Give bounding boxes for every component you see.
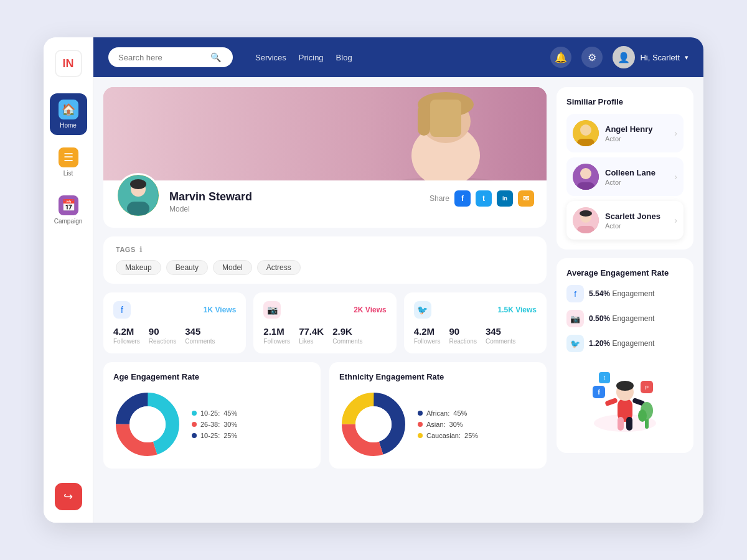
tag-actress[interactable]: Actress bbox=[257, 260, 301, 275]
app-container: IN 🏠 Home ☰ List 📅 Campaign ↪ 🔍 Services bbox=[44, 37, 703, 523]
bell-button[interactable]: 🔔 bbox=[550, 47, 571, 68]
engagement-ig-icon: 📷 bbox=[566, 310, 584, 327]
age-chart-legend: 10-25: 45% 26-38: 30% bbox=[192, 409, 237, 439]
ethnicity-chart-title: Ethnicity Engagement Rate bbox=[339, 372, 537, 381]
engagement-fb-label: Engagement bbox=[612, 289, 654, 298]
share-linkedin-button[interactable]: in bbox=[497, 190, 513, 207]
ig-likes-label: Likes bbox=[299, 338, 324, 345]
nav-pricing[interactable]: Pricing bbox=[299, 53, 324, 62]
age-legend-2: 26-38: 30% bbox=[192, 421, 237, 428]
ig-followers-label: Followers bbox=[263, 338, 290, 345]
age-chart-title: Age Engagement Rate bbox=[113, 372, 311, 381]
stat-card-header-fb: f 1K Views bbox=[113, 301, 236, 319]
eth-legend-label-1: African: bbox=[426, 409, 449, 417]
eth-dot-1 bbox=[418, 411, 423, 416]
search-icon: 🔍 bbox=[210, 52, 221, 62]
tw-comments-value: 345 bbox=[486, 326, 515, 337]
settings-icon: ⚙ bbox=[588, 52, 596, 63]
ig-followers-value: 2.1M bbox=[263, 326, 290, 337]
profile-list-item-angel[interactable]: Angel Henry Actor › bbox=[566, 114, 684, 152]
charts-row: Age Engagement Rate bbox=[103, 362, 547, 469]
fb-reactions-value: 90 bbox=[149, 326, 176, 337]
svg-point-28 bbox=[580, 210, 592, 217]
angel-info: Angel Henry Actor bbox=[605, 124, 668, 142]
ethnicity-donut-chart bbox=[339, 390, 408, 459]
avatar-illustration bbox=[118, 175, 158, 215]
tag-makeup[interactable]: Makeup bbox=[116, 260, 161, 275]
nav-right: 🔔 ⚙ 👤 Hi, Scarlett ▾ bbox=[550, 46, 688, 68]
tags-info-icon[interactable]: ℹ bbox=[139, 245, 143, 254]
fb-comments-label: Comments bbox=[185, 338, 215, 345]
ig-comments-label: Comments bbox=[332, 338, 362, 345]
svg-point-18 bbox=[355, 406, 392, 442]
home-icon: 🏠 bbox=[59, 100, 78, 119]
settings-button[interactable]: ⚙ bbox=[581, 47, 603, 68]
search-box[interactable]: 🔍 bbox=[108, 47, 233, 67]
svg-point-20 bbox=[580, 124, 591, 136]
tags-label: TAGS bbox=[116, 246, 136, 253]
avatar: 👤 bbox=[613, 46, 635, 68]
eth-legend-label-2: Asian: bbox=[426, 421, 446, 428]
user-info[interactable]: 👤 Hi, Scarlett ▾ bbox=[613, 46, 688, 68]
scarlett-role: Actor bbox=[605, 222, 668, 230]
sidebar-item-home[interactable]: 🏠 Home bbox=[50, 93, 87, 135]
age-legend-label-2: 26-38: bbox=[200, 421, 220, 428]
similar-profiles-title: Similiar Profile bbox=[566, 97, 684, 106]
eth-legend-value-3: 25% bbox=[464, 432, 478, 439]
engagement-fb-text: 5.54% Engagement bbox=[589, 289, 654, 298]
age-dot-3 bbox=[192, 433, 197, 438]
share-email-button[interactable]: ✉ bbox=[518, 190, 534, 207]
scarlett-info: Scarlett Jones Actor bbox=[605, 212, 668, 230]
profile-list-item-colleen[interactable]: Colleen Lane Actor › bbox=[566, 157, 684, 196]
sidebar-item-list[interactable]: ☰ List bbox=[50, 141, 87, 183]
instagram-platform-icon: 📷 bbox=[263, 301, 281, 319]
angel-chevron-icon: › bbox=[674, 128, 677, 138]
ig-likes: 77.4K Likes bbox=[299, 326, 324, 345]
share-label: Share bbox=[430, 194, 449, 203]
profile-avatar bbox=[116, 173, 161, 218]
engagement-card: Average Engagement Rate f 5.54% Engageme… bbox=[557, 258, 693, 453]
tw-followers-label: Followers bbox=[414, 338, 441, 345]
tags-header: TAGS ℹ bbox=[116, 245, 534, 254]
svg-point-10 bbox=[130, 179, 146, 189]
share-twitter-button[interactable]: t bbox=[476, 190, 492, 207]
eth-legend-1: African: 45% bbox=[418, 409, 478, 417]
main-area: 🔍 Services Pricing Blog 🔔 ⚙ 👤 Hi, Scarle… bbox=[93, 37, 703, 523]
sidebar-item-campaign[interactable]: 📅 Campaign bbox=[50, 189, 87, 231]
search-input[interactable] bbox=[118, 53, 205, 62]
ig-comments: 2.9K Comments bbox=[332, 326, 362, 345]
twitter-stats: 4.2M Followers 90 Reactions 345 Comments bbox=[414, 326, 537, 345]
instagram-stats: 2.1M Followers 77.4K Likes 2.9K Comments bbox=[263, 326, 386, 345]
avatar-inner bbox=[118, 175, 159, 216]
sidebar-campaign-label: Campaign bbox=[54, 218, 83, 225]
profile-info: Marvin Steward Model Share f t in ✉ bbox=[103, 166, 547, 228]
tag-model[interactable]: Model bbox=[213, 260, 252, 275]
engagement-fb-icon: f bbox=[566, 285, 584, 302]
eth-legend-3: Caucasian: 25% bbox=[418, 432, 478, 439]
twitter-views: 1.5K Views bbox=[498, 306, 537, 314]
logout-button[interactable]: ↪ bbox=[55, 483, 82, 510]
age-donut-chart bbox=[113, 390, 182, 459]
colleen-name: Colleen Lane bbox=[605, 168, 668, 177]
age-legend-label-1: 10-25: bbox=[200, 409, 220, 417]
share-facebook-button[interactable]: f bbox=[454, 190, 471, 207]
list-icon: ☰ bbox=[59, 147, 78, 167]
tag-beauty[interactable]: Beauty bbox=[166, 260, 208, 275]
engagement-ig: 📷 0.50% Engagement bbox=[566, 310, 684, 327]
age-legend-3: 10-25: 25% bbox=[192, 432, 237, 439]
nav-blog[interactable]: Blog bbox=[336, 53, 352, 62]
facebook-views: 1K Views bbox=[204, 306, 236, 314]
sidebar-list-label: List bbox=[63, 170, 73, 177]
profile-list-item-scarlett[interactable]: Scarlett Jones Actor › bbox=[566, 201, 684, 240]
svg-rect-24 bbox=[577, 182, 594, 190]
tw-followers: 4.2M Followers bbox=[414, 326, 441, 345]
age-dot-1 bbox=[192, 411, 197, 416]
similar-profiles-card: Similiar Profile Angel Henry Actor bbox=[557, 87, 693, 250]
svg-rect-35 bbox=[604, 398, 618, 406]
colleen-chevron-icon: › bbox=[674, 172, 677, 182]
top-nav: 🔍 Services Pricing Blog 🔔 ⚙ 👤 Hi, Scarle… bbox=[93, 37, 703, 77]
engagement-fb-value: 5.54% bbox=[589, 289, 610, 298]
svg-text:P: P bbox=[645, 385, 649, 391]
svg-rect-5 bbox=[418, 105, 430, 136]
nav-services[interactable]: Services bbox=[255, 53, 286, 62]
